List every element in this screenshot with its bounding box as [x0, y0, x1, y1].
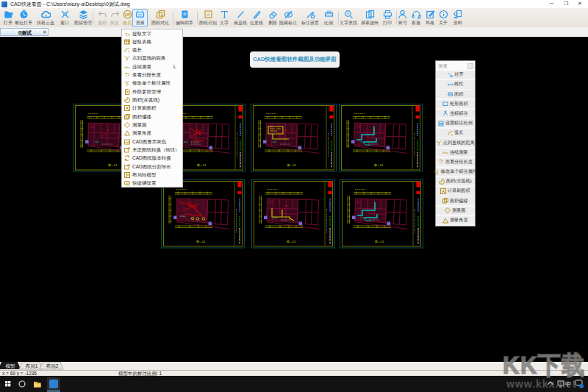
svg-text:图—01: 图—01 [196, 240, 206, 243]
svg-text:图—01: 图—01 [108, 163, 118, 167]
svg-text:图—01: 图—01 [197, 163, 207, 167]
svg-text:布局1: 布局1 [25, 363, 38, 369]
svg-text:A: A [346, 12, 348, 15]
svg-text:图—01: 图—01 [375, 240, 384, 243]
svg-text:A:B: A:B [326, 10, 331, 13]
svg-text:模型: 模型 [6, 363, 16, 368]
svg-text:布局2: 布局2 [46, 363, 59, 369]
svg-text:A: A [207, 13, 209, 17]
svg-text:图—01: 图—01 [287, 163, 297, 167]
svg-text:图—01: 图—01 [287, 240, 296, 243]
svg-text:图—01: 图—01 [374, 163, 384, 167]
